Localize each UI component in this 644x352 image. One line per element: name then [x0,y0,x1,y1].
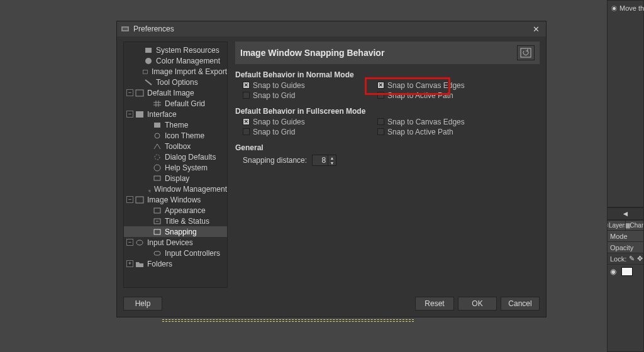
tree-label: Toolbox [165,142,191,151]
eye-icon[interactable]: ◉ [610,267,616,276]
tools-icon [144,79,153,86]
app-icon [121,25,130,33]
tab-layers[interactable]: ≡ Layers [608,221,626,230]
tree-item-toolbox[interactable]: Toolbox [124,141,227,151]
move-icon[interactable]: ✥ [637,255,643,263]
expander-minus-icon[interactable]: − [126,239,133,246]
canvas-selection-edge [162,319,414,322]
svg-rect-4 [143,70,147,74]
chk-fs-snap-path[interactable]: Snap to Active Path [377,127,540,136]
help-icon [153,164,162,172]
section-normal-title: Default Behavior in Normal Mode [235,70,540,79]
tree-label: Input Devices [147,238,193,247]
titlebar[interactable]: Preferences ✕ [117,21,546,36]
tree-item-title-status[interactable]: Title & Status [124,216,227,226]
svg-point-19 [136,240,143,245]
section-fullscreen-title: Default Behavior in Fullscreen Mode [235,107,540,116]
expander-plus-icon[interactable]: + [126,260,133,267]
tree-item-input-controllers[interactable]: Input Controllers [124,248,227,258]
dialog-actions: Help Reset OK Cancel [117,290,546,317]
brush-icon[interactable]: ✎ [629,255,635,263]
svg-rect-5 [136,90,143,96]
spinner-down-icon[interactable]: ▼ [328,160,336,165]
windows-icon [148,185,151,193]
menu-arrow-icon: ◄ [622,209,630,218]
chk-label: Snap to Guides [253,118,305,126]
tree-item-window-management[interactable]: Window Management [124,184,227,194]
ok-button[interactable]: OK [458,297,497,311]
reset-panel-button[interactable] [517,45,535,60]
tree-item-default-image[interactable]: −Default Image [124,87,227,98]
tree-item-help-system[interactable]: Help System [124,162,227,173]
tree-item-input-devices[interactable]: −Input Devices [124,237,227,248]
tree-label: Theme [165,121,188,129]
layer-row[interactable]: ◉ [608,265,643,278]
checkbox-icon [377,82,384,89]
chk-normal-snap-edges[interactable]: Snap to Canvas Edges [377,80,540,90]
tree-item-dialog-defaults[interactable]: Dialog Defaults [124,151,227,162]
panel-header-label: Image Window Snapping Behavior [240,48,384,58]
chk-normal-snap-grid[interactable]: Snap to Grid [243,91,370,100]
tab-channels[interactable]: ▦ Chan [626,221,643,230]
chk-label: Snap to Guides [253,81,305,90]
tree-label: System Resources [156,46,219,55]
reset-button[interactable]: Reset [415,297,454,311]
close-icon[interactable]: ✕ [530,23,542,35]
lock-label: Lock: [610,255,626,263]
snapping-distance-input[interactable] [313,156,328,165]
input-devices-icon [135,239,144,246]
tree-item-icon-theme[interactable]: Icon Theme [124,130,227,141]
svg-rect-21 [521,48,531,57]
spinner-up-icon[interactable]: ▲ [328,155,336,160]
chk-label: Snap to Canvas Edges [387,118,465,126]
chk-fs-snap-edges[interactable]: Snap to Canvas Edges [377,117,540,126]
tree-label: Default Grid [165,99,205,108]
tree-item-snapping[interactable]: Snapping [124,226,227,237]
tree-label: Appearance [165,206,206,215]
chk-normal-snap-path[interactable]: Snap to Active Path [377,91,540,100]
expander-minus-icon[interactable]: − [126,196,133,203]
chk-normal-snap-guides[interactable]: Snap to Guides [243,80,370,90]
tree-label: Help System [165,163,208,172]
grid-icon [153,100,162,107]
tree-item-system-resources[interactable]: System Resources [124,45,227,55]
svg-rect-7 [154,123,160,128]
tree-item-appearance[interactable]: Appearance [124,205,227,216]
chk-fs-snap-grid[interactable]: Snap to Grid [243,127,370,136]
tree-item-image-windows[interactable]: −Image Windows [124,194,227,205]
toolbox-icon [153,143,162,150]
snapping-distance-label: Snapping distance: [243,156,307,165]
opacity-row[interactable]: Opacity [608,242,643,253]
tree-item-color-management[interactable]: Color Management [124,55,227,66]
category-tree[interactable]: System Resources Color Management Image … [123,41,228,288]
chk-fs-snap-guides[interactable]: Snap to Guides [243,117,370,126]
tab-channels-label: Chan [630,222,643,229]
move-radio[interactable]: Move the ac [611,4,644,12]
tree-label: Folders [147,260,172,268]
dock-arrow-bar[interactable]: ◄ [607,207,644,220]
chip-icon [144,47,153,54]
tree-item-display[interactable]: Display [124,173,227,184]
tree-item-tool-options[interactable]: Tool Options [124,77,227,87]
expander-minus-icon[interactable]: − [126,111,133,118]
tree-item-theme[interactable]: Theme [124,119,227,130]
cancel-button[interactable]: Cancel [501,297,540,311]
blend-mode-row[interactable]: Mode [608,231,643,242]
tree-item-default-grid[interactable]: Default Grid [124,98,227,109]
svg-point-9 [155,155,160,160]
help-button[interactable]: Help [123,297,162,311]
theme-icon [153,121,162,129]
tree-item-folders[interactable]: +Folders [124,258,227,269]
tree-label: Tool Options [156,78,198,87]
tool-options-panel: Move the ac [607,0,644,207]
tree-label: Icon Theme [165,131,204,140]
checkbox-icon [243,128,250,135]
svg-rect-18 [154,229,160,234]
tree-item-import-export[interactable]: Image Import & Export [124,66,227,77]
appearance-icon [153,207,162,214]
tree-item-interface[interactable]: −Interface [124,109,227,119]
image-window-icon [135,196,144,204]
snapping-distance-spinner[interactable]: ▲ ▼ [312,155,336,166]
svg-rect-20 [154,251,160,255]
expander-minus-icon[interactable]: − [126,89,133,96]
